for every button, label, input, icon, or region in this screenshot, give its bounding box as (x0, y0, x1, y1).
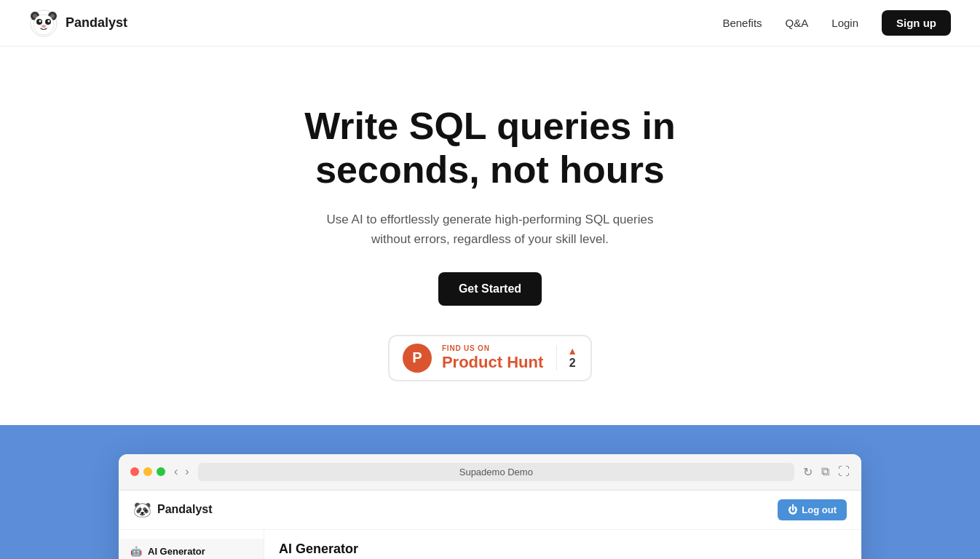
find-us-label: FIND US ON (442, 344, 490, 353)
product-hunt-name: Product Hunt (442, 353, 543, 372)
hero-section: Write SQL queries in seconds, not hours … (0, 47, 980, 425)
nav-benefits[interactable]: Benefits (722, 17, 762, 29)
nav-login[interactable]: Login (831, 17, 858, 29)
back-button[interactable]: ‹ (174, 465, 178, 478)
refresh-button[interactable]: ↻ (803, 465, 813, 479)
brand-name: Pandalyst (66, 15, 127, 31)
vote-arrow-icon: ▲ (567, 346, 577, 356)
inner-app: 🐼 Pandalyst ⏻ Log out 🤖 AI Generator (119, 491, 861, 559)
inner-sidebar: 🤖 AI Generator (119, 530, 264, 559)
ai-generator-icon: 🤖 (130, 546, 142, 557)
product-hunt-text: FIND US ON Product Hunt (442, 344, 543, 372)
hero-subtitle: Use AI to effortlessly generate high-per… (323, 210, 657, 249)
svg-point-10 (42, 25, 46, 28)
inner-brand-name: Pandalyst (157, 503, 213, 516)
browser-toolbar: ‹ › Supademo Demo ↻ ⧉ ⛶ (119, 454, 861, 491)
nav-qna[interactable]: Q&A (786, 17, 809, 29)
hero-title: Write SQL queries in seconds, not hours (235, 105, 745, 192)
vote-count: 2 (569, 356, 576, 370)
power-icon: ⏻ (788, 504, 797, 515)
nav-links: Benefits Q&A Login Sign up (722, 10, 951, 36)
new-tab-button[interactable]: ⧉ (821, 465, 829, 479)
panda-logo-icon (29, 9, 58, 38)
inner-app-header: 🐼 Pandalyst ⏻ Log out (119, 491, 861, 530)
svg-point-9 (48, 20, 50, 22)
sidebar-item-ai-generator[interactable]: 🤖 AI Generator (119, 539, 264, 559)
product-hunt-icon: P (403, 344, 432, 373)
inner-panda-icon: 🐼 (133, 501, 151, 518)
logout-label: Log out (802, 504, 837, 515)
inner-main-content: AI Generator (264, 530, 861, 559)
product-hunt-badge[interactable]: P FIND US ON Product Hunt ▲ 2 (388, 335, 592, 381)
browser-action-buttons: ↻ ⧉ ⛶ (803, 465, 850, 479)
maximize-window-button[interactable] (157, 467, 165, 476)
brand[interactable]: Pandalyst (29, 9, 127, 38)
browser-window: ‹ › Supademo Demo ↻ ⧉ ⛶ 🐼 Pandalyst ⏻ Lo… (119, 454, 861, 559)
inner-app-brand: 🐼 Pandalyst (133, 501, 213, 518)
browser-url-bar[interactable]: Supademo Demo (198, 463, 794, 481)
close-window-button[interactable] (130, 467, 139, 476)
logout-button[interactable]: ⏻ Log out (778, 499, 847, 520)
browser-window-controls (130, 467, 165, 476)
fullscreen-button[interactable]: ⛶ (838, 465, 850, 479)
minimize-window-button[interactable] (143, 467, 152, 476)
inner-app-content: 🤖 AI Generator AI Generator (119, 530, 861, 559)
signup-button[interactable]: Sign up (882, 10, 951, 36)
get-started-button[interactable]: Get Started (438, 272, 542, 306)
svg-point-8 (39, 20, 42, 22)
inner-main-title: AI Generator (279, 542, 847, 557)
demo-section: ‹ › Supademo Demo ↻ ⧉ ⛶ 🐼 Pandalyst ⏻ Lo… (0, 425, 980, 559)
forward-button[interactable]: › (185, 465, 189, 478)
product-hunt-votes: ▲ 2 (556, 346, 577, 370)
browser-navigation: ‹ › (174, 465, 189, 478)
sidebar-item-label: AI Generator (148, 546, 205, 557)
navbar: Pandalyst Benefits Q&A Login Sign up (0, 0, 980, 47)
